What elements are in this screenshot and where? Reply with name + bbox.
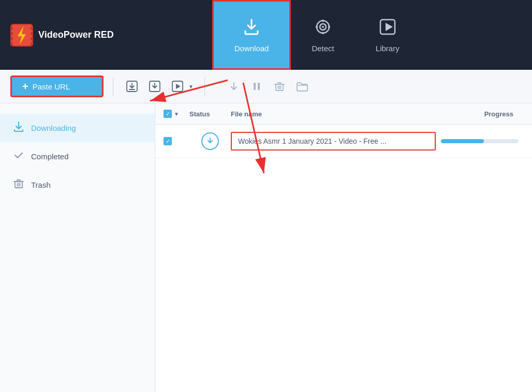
svg-rect-3 bbox=[10, 32, 13, 35]
row-progress-bar bbox=[441, 139, 519, 143]
move-down-button[interactable] bbox=[225, 77, 243, 96]
app-title: VideoPower RED bbox=[38, 29, 114, 40]
sidebar-trash-label: Trash bbox=[31, 180, 51, 189]
row-filename: Wokies Asmr 1 January 2021 - Video - Fre… bbox=[231, 132, 436, 150]
svg-marker-19 bbox=[386, 23, 393, 31]
tab-download-label: Download bbox=[234, 44, 269, 53]
row-checkbox-col: ✓ bbox=[164, 137, 189, 145]
main-content: Downloading Completed bbox=[0, 103, 532, 392]
status-downloading-icon bbox=[201, 132, 219, 150]
sidebar-item-downloading[interactable]: Downloading bbox=[0, 114, 155, 142]
svg-rect-26 bbox=[258, 83, 260, 90]
toolbar: + Paste URL ▼ bbox=[0, 70, 532, 103]
sidebar-item-trash[interactable]: Trash bbox=[0, 171, 155, 199]
toolbar-separator-2 bbox=[204, 77, 205, 96]
sidebar-completed-label: Completed bbox=[31, 152, 69, 161]
svg-rect-25 bbox=[254, 83, 256, 90]
toolbar-right-group bbox=[225, 77, 312, 96]
svg-rect-4 bbox=[10, 37, 13, 40]
header-dropdown-arrow[interactable]: ▼ bbox=[174, 111, 179, 117]
open-folder-button[interactable] bbox=[293, 77, 312, 96]
dropdown-arrow-icon: ▼ bbox=[188, 84, 194, 89]
library-nav-icon bbox=[378, 18, 397, 40]
titlebar: VideoPower RED Download bbox=[0, 0, 532, 70]
trash-sidebar-icon bbox=[12, 178, 25, 192]
record-video-button[interactable] bbox=[168, 77, 187, 96]
progress-fill bbox=[441, 139, 484, 143]
table-header: ✓ ▼ Status File name Progress bbox=[155, 103, 532, 125]
sidebar-downloading-label: Downloading bbox=[31, 124, 76, 132]
svg-rect-8 bbox=[31, 37, 33, 40]
trash-toolbar-button[interactable] bbox=[270, 77, 289, 96]
tab-download[interactable]: Download bbox=[212, 0, 291, 70]
row-status-col bbox=[189, 132, 231, 150]
detect-nav-icon bbox=[314, 18, 332, 40]
paste-url-label: Paste URL bbox=[33, 82, 70, 91]
tab-library[interactable]: Library bbox=[355, 0, 420, 70]
sidebar: Downloading Completed bbox=[0, 103, 155, 392]
pause-button[interactable] bbox=[247, 77, 266, 96]
content-area: ✓ ▼ Status File name Progress ✓ Wokies A… bbox=[155, 103, 532, 392]
header-filename: File name bbox=[231, 110, 441, 118]
download-file-button[interactable] bbox=[145, 77, 164, 96]
select-all-checkbox[interactable]: ✓ bbox=[164, 110, 172, 118]
svg-point-13 bbox=[322, 26, 324, 28]
record-dropdown-button[interactable]: ▼ bbox=[187, 77, 195, 96]
svg-rect-2 bbox=[10, 27, 13, 30]
downloading-icon bbox=[12, 121, 25, 135]
download-nav-icon bbox=[242, 18, 261, 40]
app-logo: VideoPower RED bbox=[10, 24, 114, 47]
plus-icon: + bbox=[22, 81, 28, 93]
svg-marker-24 bbox=[176, 84, 181, 89]
svg-rect-9 bbox=[31, 42, 33, 46]
toolbar-separator-1 bbox=[113, 77, 113, 96]
sidebar-item-completed[interactable]: Completed bbox=[0, 142, 155, 171]
tab-library-label: Library bbox=[376, 44, 400, 53]
svg-rect-5 bbox=[10, 42, 13, 46]
nav-tabs: Download Detect bbox=[212, 0, 420, 70]
completed-icon bbox=[12, 149, 25, 163]
header-status: Status bbox=[189, 110, 231, 118]
record-video-group: ▼ bbox=[168, 77, 195, 96]
tab-detect[interactable]: Detect bbox=[291, 0, 354, 70]
header-check-col: ✓ ▼ bbox=[164, 110, 189, 118]
download-to-disk-button[interactable] bbox=[123, 77, 141, 96]
svg-rect-7 bbox=[31, 32, 33, 35]
header-progress: Progress bbox=[441, 110, 524, 118]
tab-detect-label: Detect bbox=[312, 44, 334, 53]
svg-rect-6 bbox=[31, 27, 33, 30]
paste-url-button[interactable]: + Paste URL bbox=[10, 76, 104, 97]
table-row: ✓ Wokies Asmr 1 January 2021 - Video - F… bbox=[155, 125, 532, 158]
app-logo-icon bbox=[10, 24, 33, 47]
row-checkbox[interactable]: ✓ bbox=[164, 137, 172, 145]
